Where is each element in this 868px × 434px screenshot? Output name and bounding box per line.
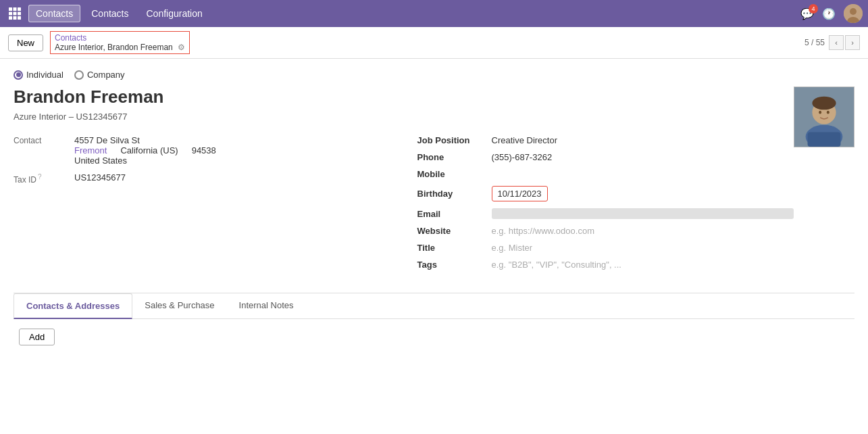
messages-icon[interactable]: 💬 4 <box>800 7 814 20</box>
breadcrumb-bar: New Contacts Azure Interior, Brandon Fre… <box>0 27 868 59</box>
country-line: United States <box>74 155 390 166</box>
svg-point-18 <box>827 111 829 114</box>
city-state-zip: Fremont California (US) 94538 <box>74 145 390 155</box>
taxid-field-row: Tax ID? US12345677 <box>14 172 390 185</box>
contact-name: Brandon Freeman <box>14 87 794 107</box>
record-position: 5 / 55 <box>805 38 825 47</box>
svg-rect-5 <box>18 12 21 16</box>
company-radio-circle <box>74 70 84 80</box>
nav-contacts-active[interactable]: Contacts <box>28 5 80 22</box>
apps-icon[interactable] <box>5 4 24 23</box>
phone-label: Phone <box>417 152 492 162</box>
contact-company: Azure Interior – US12345677 <box>14 112 794 122</box>
breadcrumb-nav: 5 / 55 ‹ › <box>805 35 860 50</box>
svg-rect-1 <box>14 7 17 11</box>
breadcrumb-path: Contacts Azure Interior, Brandon Freeman… <box>50 31 190 54</box>
company-label: Company <box>87 70 125 80</box>
website-row: Website e.g. https://www.odoo.com <box>417 226 794 236</box>
website-value[interactable]: e.g. https://www.odoo.com <box>492 226 794 236</box>
form-right: Job Position Creative Director Phone (35… <box>417 135 794 276</box>
contact-field-row: Contact 4557 De Silva St Fremont Califor… <box>14 135 390 166</box>
phone-row: Phone (355)-687-3262 <box>417 152 794 162</box>
tab-content: Add <box>14 319 854 355</box>
company-radio[interactable]: Company <box>74 70 125 80</box>
mobile-label: Mobile <box>417 169 492 179</box>
tabs-container: Contacts & Addresses Sales & Purchase In… <box>14 293 854 355</box>
message-badge: 4 <box>809 4 818 14</box>
nav-right: 💬 4 🕐 <box>800 4 863 23</box>
mobile-row: Mobile <box>417 169 794 179</box>
job-position-row: Job Position Creative Director <box>417 135 794 145</box>
user-avatar[interactable] <box>844 4 863 23</box>
top-navigation: Contacts Contacts Configuration 💬 4 🕐 <box>0 0 868 27</box>
tags-row: Tags e.g. "B2B", "VIP", "Consulting", ..… <box>417 260 794 270</box>
svg-rect-7 <box>14 16 17 20</box>
birthday-row: Birthday 10/11/2023 <box>417 186 794 201</box>
new-button[interactable]: New <box>8 34 43 51</box>
svg-rect-8 <box>18 16 21 20</box>
nav-contacts[interactable]: Contacts <box>84 5 135 22</box>
zip-value: 94538 <box>192 145 216 155</box>
nav-configuration[interactable]: Configuration <box>140 5 209 22</box>
birthday-label: Birthday <box>417 189 492 199</box>
state-value: California (US) <box>120 145 178 155</box>
individual-radio-circle <box>14 70 23 80</box>
contact-header: Brandon Freeman Azure Interior – US12345… <box>14 87 854 276</box>
job-position-value: Creative Director <box>492 135 794 145</box>
svg-rect-0 <box>9 7 12 11</box>
form-grid: Contact 4557 De Silva St Fremont Califor… <box>14 135 794 276</box>
svg-point-15 <box>812 97 836 110</box>
svg-rect-4 <box>14 12 17 16</box>
title-value[interactable]: e.g. Mister <box>492 243 794 253</box>
form-left: Contact 4557 De Silva St Fremont Califor… <box>14 135 390 276</box>
tab-contacts-addresses[interactable]: Contacts & Addresses <box>14 293 132 319</box>
svg-point-10 <box>850 8 857 15</box>
tabs-bar: Contacts & Addresses Sales & Purchase In… <box>14 293 854 319</box>
contact-photo[interactable] <box>794 87 854 147</box>
tags-value[interactable]: e.g. "B2B", "VIP", "Consulting", ... <box>492 260 794 270</box>
nav-left: Contacts Contacts Configuration <box>5 4 209 23</box>
contact-label: Contact <box>14 135 74 145</box>
individual-radio[interactable]: Individual <box>14 70 63 80</box>
gear-icon[interactable]: ⚙ <box>178 43 185 52</box>
street-line: 4557 De Silva St <box>74 135 390 145</box>
taxid-label: Tax ID? <box>14 172 74 185</box>
tags-label: Tags <box>417 260 492 270</box>
taxid-question-icon: ? <box>38 173 42 180</box>
individual-label: Individual <box>26 70 63 80</box>
main-content: Individual Company Brandon Freeman Azure… <box>0 59 868 366</box>
add-button[interactable]: Add <box>19 329 55 345</box>
tab-sales-purchase[interactable]: Sales & Purchase <box>132 293 226 319</box>
phone-value: (355)-687-3262 <box>492 152 794 162</box>
breadcrumb-parent[interactable]: Contacts <box>55 33 86 43</box>
record-nav-arrows: ‹ › <box>829 35 860 50</box>
title-label: Title <box>417 243 492 253</box>
contact-type-selector: Individual Company <box>14 70 854 80</box>
email-label: Email <box>417 209 492 219</box>
clock-icon[interactable]: 🕐 <box>822 7 836 20</box>
breadcrumb-left: New Contacts Azure Interior, Brandon Fre… <box>8 31 190 54</box>
email-row: Email <box>417 208 794 219</box>
job-position-label: Job Position <box>417 135 492 145</box>
tab-internal-notes[interactable]: Internal Notes <box>227 293 306 319</box>
svg-rect-6 <box>9 16 12 20</box>
next-record-button[interactable]: › <box>845 35 860 50</box>
contact-address: 4557 De Silva St Fremont California (US)… <box>74 135 390 166</box>
birthday-value[interactable]: 10/11/2023 <box>492 186 794 201</box>
taxid-value: US12345677 <box>74 172 390 183</box>
svg-rect-3 <box>9 12 12 16</box>
title-row: Title e.g. Mister <box>417 243 794 253</box>
svg-point-17 <box>819 111 821 114</box>
breadcrumb-current: Azure Interior, Brandon Freeman <box>55 43 173 52</box>
email-value <box>492 208 794 219</box>
individual-radio-dot <box>16 72 21 77</box>
contact-info-left: Brandon Freeman Azure Interior – US12345… <box>14 87 794 276</box>
city-link[interactable]: Fremont <box>74 145 107 155</box>
prev-record-button[interactable]: ‹ <box>829 35 844 50</box>
website-label: Website <box>417 226 492 236</box>
svg-rect-16 <box>808 132 841 147</box>
birthday-box[interactable]: 10/11/2023 <box>492 186 548 201</box>
svg-rect-2 <box>18 7 21 11</box>
